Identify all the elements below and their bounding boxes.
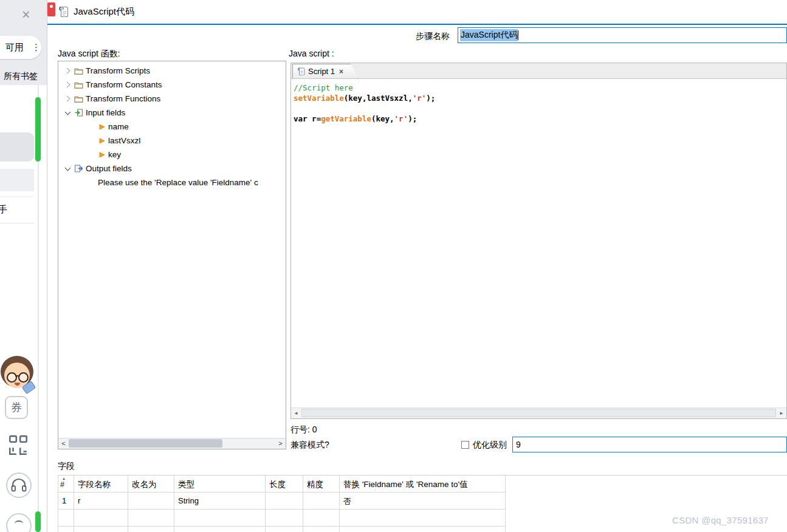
scrollbar-track[interactable]: [69, 438, 275, 449]
scroll-left-arrow-icon[interactable]: ◄: [291, 411, 301, 416]
table-row[interactable]: [58, 527, 506, 532]
table-cell[interactable]: [58, 527, 74, 532]
scrollbar-thumb[interactable]: [35, 97, 41, 162]
column-header-6[interactable]: 替换 'Fieldname' 或 'Rename to'值: [340, 476, 506, 493]
table-cell[interactable]: [128, 527, 174, 532]
scrollbar-track[interactable]: [301, 408, 777, 418]
scrollbar-thumb[interactable]: [35, 511, 41, 532]
coupon-icon[interactable]: 券: [5, 396, 28, 419]
tree-item-name[interactable]: name: [58, 120, 286, 134]
chevron-collapsed-icon[interactable]: [63, 66, 72, 75]
tree-item-key[interactable]: key: [58, 148, 286, 162]
column-header-1[interactable]: 字段名称: [74, 476, 128, 493]
table-cell[interactable]: r: [74, 493, 128, 510]
headset-glyph: [11, 478, 27, 493]
code-token-keyword: var: [294, 114, 308, 123]
chevron-collapsed-icon[interactable]: [63, 80, 72, 89]
field-arrow-icon: [97, 124, 107, 130]
tree-item-output-fields[interactable]: Output fields: [58, 162, 286, 176]
code-horizontal-scrollbar[interactable]: ◄ ►: [291, 408, 786, 418]
tree-item-transform-functions[interactable]: Transform Functions: [58, 92, 286, 106]
code-token-comment: //Script here: [294, 83, 353, 92]
close-icon[interactable]: ×: [22, 7, 30, 23]
table-cell[interactable]: 否: [340, 493, 506, 510]
tree-item-input-fields[interactable]: Input fields: [58, 106, 286, 120]
compatibility-mode-label: 兼容模式?: [290, 440, 329, 451]
scroll-right-arrow-icon[interactable]: ►: [777, 411, 786, 416]
column-header-3[interactable]: 类型: [174, 476, 266, 493]
line-number-label: 行号: 0: [290, 425, 317, 435]
code-token-plain: );: [426, 94, 435, 103]
table-row[interactable]: 1rString否: [58, 493, 506, 510]
column-header-2[interactable]: 改名为: [128, 476, 174, 493]
table-cell[interactable]: [303, 493, 340, 510]
tree-item-label: Input fields: [86, 108, 125, 117]
chevron-expanded-icon[interactable]: [63, 108, 72, 117]
chevron-spacer: [88, 136, 97, 145]
headset-icon[interactable]: [6, 472, 32, 498]
optimization-checkbox[interactable]: [461, 441, 469, 449]
tab-script-1[interactable]: Script 1 ×: [292, 64, 359, 78]
table-cell[interactable]: String: [174, 493, 266, 510]
sidebar-card[interactable]: [0, 132, 34, 162]
script-panel-label: Java script :: [289, 49, 334, 58]
tree-item-transform-constants[interactable]: Transform Constants: [58, 78, 286, 92]
chevron-collapsed-icon[interactable]: [63, 94, 72, 103]
title-underline: [47, 24, 787, 25]
mascot-avatar[interactable]: [0, 356, 35, 396]
chevron-expanded-icon[interactable]: [63, 164, 72, 173]
tree-item-label: Transform Constants: [86, 80, 162, 89]
qr-code-icon[interactable]: [6, 431, 30, 460]
table-cell[interactable]: [74, 527, 128, 532]
column-header-5[interactable]: 精度: [303, 476, 340, 493]
tree-horizontal-scrollbar[interactable]: < >: [58, 438, 286, 449]
scrollbar-thumb[interactable]: [301, 409, 776, 417]
tree-item-please-use-the-replace-value-f[interactable]: Please use the 'Replace value 'Fieldname…: [58, 176, 286, 189]
table-cell[interactable]: [266, 493, 303, 510]
step-name-input[interactable]: JavaScript代码: [458, 27, 787, 43]
column-header-4[interactable]: 长度: [266, 476, 303, 493]
table-cell[interactable]: [303, 527, 340, 532]
code-editor[interactable]: //Script heresetVariable(key,lastVsxzl,'…: [291, 79, 786, 408]
table-cell[interactable]: [174, 510, 266, 527]
tree-item-lastvsxzl[interactable]: lastVsxzl: [58, 134, 286, 148]
scroll-left-arrow-icon[interactable]: <: [58, 438, 69, 448]
sidebar-partial-label: 手: [0, 204, 7, 216]
table-cell[interactable]: [303, 510, 340, 527]
table-cell[interactable]: [340, 510, 506, 527]
table-cell[interactable]: [266, 510, 303, 527]
watermark-text: CSDN @qq_37591637: [672, 515, 769, 525]
folder-icon: [72, 95, 84, 103]
table-cell[interactable]: [58, 510, 74, 527]
mascot-glasses-right: [18, 372, 29, 383]
scroll-right-arrow-icon[interactable]: >: [275, 438, 286, 448]
tab-close-icon[interactable]: ×: [339, 67, 343, 76]
table-cell[interactable]: [128, 493, 174, 510]
sidebar-bottom-glyph: [15, 520, 23, 527]
kebab-menu-icon[interactable]: ⋮: [32, 42, 41, 53]
code-token-function: setVariable: [294, 94, 344, 103]
script-tab-icon: [298, 67, 305, 75]
tree-item-label: name: [108, 122, 129, 131]
screen: × 可用 ⋮ 所有书签 手 券: [0, 0, 787, 532]
code-token-string: 'r': [413, 94, 427, 103]
scrollbar-thumb[interactable]: [69, 439, 222, 448]
optimization-level-input[interactable]: 9: [512, 437, 787, 452]
output-fields-icon: [72, 165, 84, 172]
sidebar-partial-item[interactable]: 手: [0, 196, 34, 223]
sidebar-bottom-icon[interactable]: [6, 513, 32, 532]
table-cell[interactable]: [266, 527, 303, 532]
qr-code-glyph: [9, 435, 28, 457]
function-tree-panel: Transform ScriptsTransform ConstantsTran…: [58, 61, 286, 449]
sidebar-available-button[interactable]: 可用 ⋮: [0, 36, 41, 59]
table-row[interactable]: [58, 510, 506, 527]
table-cell[interactable]: [174, 527, 266, 532]
column-header-0[interactable]: ▲#: [58, 476, 74, 493]
table-cell[interactable]: [340, 527, 506, 532]
table-cell[interactable]: 1: [58, 493, 74, 510]
tree-item-transform-scripts[interactable]: Transform Scripts: [58, 64, 286, 78]
column-header-label: #: [60, 481, 64, 488]
sidebar-card[interactable]: [0, 169, 34, 191]
table-cell[interactable]: [74, 510, 128, 527]
table-cell[interactable]: [128, 510, 174, 527]
